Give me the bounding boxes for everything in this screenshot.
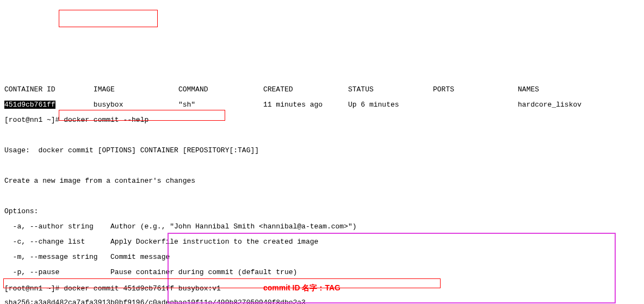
option-author: -a, --author string Author (e.g., "John …	[4, 223, 640, 231]
col-image: IMAGE	[94, 85, 115, 94]
option-change: -c, --change list Apply Dockerfile instr…	[4, 238, 640, 246]
usage-line: Usage: docker commit [OPTIONS] CONTAINER…	[4, 147, 640, 154]
col-container-id: CONTAINER ID	[4, 85, 55, 94]
shell-command: docker commit --help	[64, 116, 148, 124]
cell-command: "sh"	[178, 101, 195, 109]
cell-created: 11 minutes ago	[263, 101, 323, 109]
cell-status: Up 6 minutes	[348, 101, 399, 109]
annotation-commit-tag: commit ID 名字：TAG	[263, 283, 340, 292]
col-command: COMMAND	[178, 85, 208, 94]
prompt-line-1[interactable]: [root@nn1 ~]# docker commit --help	[4, 116, 640, 124]
shell-command: docker commit 451d9cb761ff busybox:v1	[64, 284, 221, 293]
col-names: NAMES	[518, 85, 539, 94]
col-ports: PORTS	[433, 85, 454, 94]
option-message: -m, --message string Commit message	[4, 253, 640, 261]
col-status: STATUS	[348, 85, 374, 94]
options-header: Options:	[4, 208, 640, 215]
ps-row: 451d9cb761ff busybox "sh" 11 minutes ago…	[4, 101, 640, 109]
highlight-box-commit-help	[59, 10, 158, 27]
shell-prompt: [root@nn1 ~]#	[4, 116, 59, 124]
prompt-line-2[interactable]: [root@nn1 ~]# docker commit 451d9cb761ff…	[4, 284, 640, 291]
cell-image: busybox	[94, 101, 123, 109]
ps-header: CONTAINER ID IMAGE COMMAND CREATED STATU…	[4, 86, 640, 94]
sha-output: sha256:a3a8d482ca7afa3913b0bf9196/c0adee…	[4, 299, 640, 304]
col-created: CREATED	[263, 85, 293, 94]
cell-container-id: 451d9cb761ff	[4, 101, 55, 109]
option-pause: -p, --pause Pause container during commi…	[4, 269, 640, 276]
shell-prompt: [root@nn1 ~]#	[4, 284, 59, 293]
cell-names: hardcore_liskov	[518, 101, 581, 109]
desc-line: Create a new image from a container's ch…	[4, 177, 640, 185]
